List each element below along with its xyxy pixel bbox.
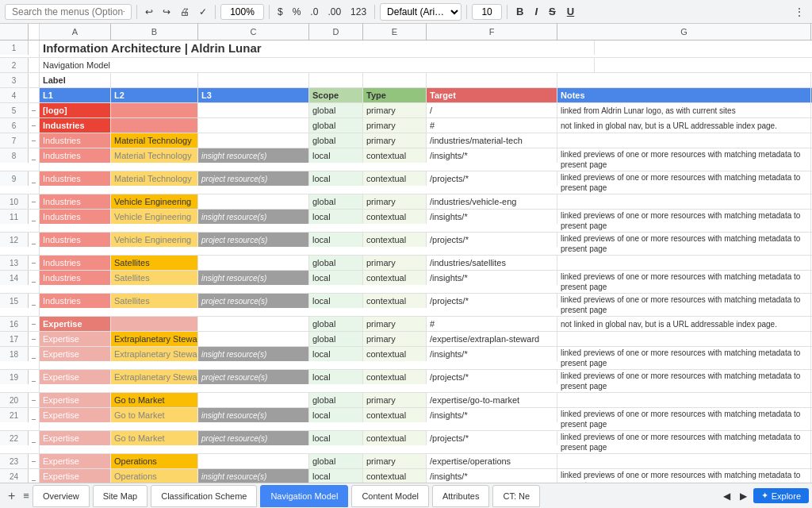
cell-l1[interactable]: Industries <box>40 194 111 209</box>
print-button[interactable]: 🖨 <box>177 5 193 19</box>
cell-l2[interactable] <box>111 103 198 117</box>
collapse-btn[interactable]: – <box>32 320 36 328</box>
cell-l1[interactable]: [logo] <box>40 103 111 117</box>
cell-l1[interactable]: Industries <box>40 171 111 186</box>
tab-attributes[interactable]: Attributes <box>432 485 489 507</box>
bold-button[interactable]: B <box>512 4 527 19</box>
col-header-a[interactable]: A <box>40 24 111 40</box>
cell-l2[interactable]: Extraplanetary Stewardship <box>111 347 198 361</box>
collapse-btn[interactable]: – <box>32 198 36 206</box>
cell-l2[interactable] <box>111 118 198 133</box>
cell-l1[interactable]: Expertise <box>40 469 111 483</box>
collapse-btn[interactable]: – <box>32 354 36 362</box>
collapse-btn[interactable]: – <box>32 377 36 385</box>
italic-button[interactable]: I <box>530 4 542 19</box>
cell-l1[interactable]: Industries <box>40 148 111 163</box>
currency-button[interactable]: $ <box>274 5 286 19</box>
cell-l3[interactable] <box>198 133 309 148</box>
cell-l2[interactable]: Satellites <box>111 256 198 270</box>
cell-l3[interactable] <box>198 118 309 133</box>
cell-l1[interactable]: Expertise <box>40 408 111 422</box>
cell-l1[interactable]: Expertise <box>40 347 111 361</box>
col-header-g[interactable]: G <box>557 24 811 40</box>
cell-l3[interactable]: insight resource(s) <box>198 347 309 361</box>
font-select[interactable]: Default (Ari… <box>380 3 462 21</box>
collapse-btn[interactable]: – <box>32 457 36 465</box>
underline-button[interactable]: U <box>563 4 578 19</box>
collapse-btn[interactable]: – <box>32 156 36 164</box>
collapse-btn[interactable]: – <box>32 335 36 343</box>
cell-l3[interactable]: insight resource(s) <box>198 469 309 483</box>
collapse-btn[interactable]: – <box>32 278 36 286</box>
cell-l3[interactable]: insight resource(s) <box>198 271 309 285</box>
redo-button[interactable]: ↪ <box>159 5 174 19</box>
sheet-list-button[interactable]: ≡ <box>20 490 33 502</box>
tab-overview[interactable]: Overview <box>33 485 90 507</box>
cell-l1[interactable]: Industries <box>40 294 111 308</box>
collapse-btn[interactable]: – <box>32 301 36 309</box>
cell-l2[interactable]: Material Technology <box>111 133 198 148</box>
more-options-button[interactable]: ⋮ <box>791 5 807 19</box>
cell-l1[interactable]: Industries <box>40 271 111 285</box>
cell-l3[interactable]: insight resource(s) <box>198 408 309 422</box>
cell-l3[interactable]: insight resource(s) <box>198 148 309 163</box>
cell-l1[interactable]: Expertise <box>40 454 111 468</box>
cell-l1[interactable]: Expertise <box>40 370 111 384</box>
cell-l1[interactable]: Expertise <box>40 317 111 331</box>
decimal0-button[interactable]: .0 <box>307 5 321 19</box>
collapse-btn[interactable]: – <box>32 106 36 114</box>
cell-l3[interactable] <box>198 103 309 117</box>
cell-l2[interactable]: Vehicle Engineering <box>111 194 198 209</box>
cell-l2[interactable]: Operations <box>111 454 198 468</box>
collapse-btn[interactable]: – <box>32 396 36 404</box>
cell-l1[interactable]: Expertise <box>40 431 111 445</box>
percent-button[interactable]: % <box>289 5 304 19</box>
font-size-input[interactable] <box>472 4 502 20</box>
collapse-btn[interactable]: – <box>32 121 36 129</box>
cell-l2[interactable]: Go to Market <box>111 393 198 407</box>
collapse-btn[interactable]: – <box>32 179 36 187</box>
tab-ct-ne[interactable]: CT: Ne <box>492 485 540 507</box>
cell-l3[interactable] <box>198 454 309 468</box>
cell-l2[interactable]: Satellites <box>111 271 198 285</box>
collapse-btn[interactable]: – <box>32 240 36 248</box>
cell-l3[interactable]: insight resource(s) <box>198 210 309 224</box>
cell-l2[interactable]: Satellites <box>111 294 198 308</box>
menu-search-input[interactable] <box>5 4 132 20</box>
decimal00-button[interactable]: .00 <box>324 5 344 19</box>
cell-l2[interactable]: Operations <box>111 469 198 483</box>
collapse-btn[interactable]: – <box>32 137 36 144</box>
cell-l3[interactable]: project resource(s) <box>198 233 309 247</box>
col-header-c[interactable]: C <box>198 24 309 40</box>
cell-l3[interactable]: project resource(s) <box>198 294 309 308</box>
cell-l2[interactable]: Extraplanetary Stewardship <box>111 332 198 346</box>
cell-l3[interactable]: project resource(s) <box>198 431 309 445</box>
tab-content[interactable]: Content Model <box>351 485 429 507</box>
undo-button[interactable]: ↩ <box>142 5 156 19</box>
collapse-btn[interactable]: – <box>32 259 36 267</box>
cell-l1[interactable]: Expertise <box>40 332 111 346</box>
cell-l3[interactable] <box>198 256 309 270</box>
tab-classification[interactable]: Classification Scheme <box>151 485 257 507</box>
cell-l1[interactable]: Industries <box>40 210 111 224</box>
collapse-btn[interactable]: – <box>32 415 36 423</box>
cell-l2[interactable]: Material Technology <box>111 148 198 163</box>
number-format-button[interactable]: 123 <box>347 5 370 19</box>
col-header-b[interactable]: B <box>111 24 198 40</box>
cell-l3[interactable] <box>198 332 309 346</box>
cell-l2[interactable]: Extraplanetary Stewardship <box>111 370 198 384</box>
collapse-btn[interactable]: – <box>32 438 36 446</box>
col-header-d[interactable]: D <box>309 24 363 40</box>
add-sheet-button[interactable]: + <box>3 489 20 503</box>
col-header-e[interactable]: E <box>363 24 427 40</box>
cell-l2[interactable] <box>111 317 198 331</box>
cell-l1[interactable]: Industries <box>40 256 111 270</box>
cell-l2[interactable]: Vehicle Engineering <box>111 233 198 247</box>
cell-l1[interactable]: Expertise <box>40 393 111 407</box>
explore-button[interactable]: ✦ Explore <box>753 488 809 503</box>
cell-l3[interactable]: project resource(s) <box>198 370 309 384</box>
collapse-btn[interactable]: – <box>32 476 36 483</box>
strikethrough-button[interactable]: S <box>545 4 560 19</box>
zoom-input[interactable] <box>220 4 264 20</box>
tab-sitemap[interactable]: Site Map <box>93 485 147 507</box>
